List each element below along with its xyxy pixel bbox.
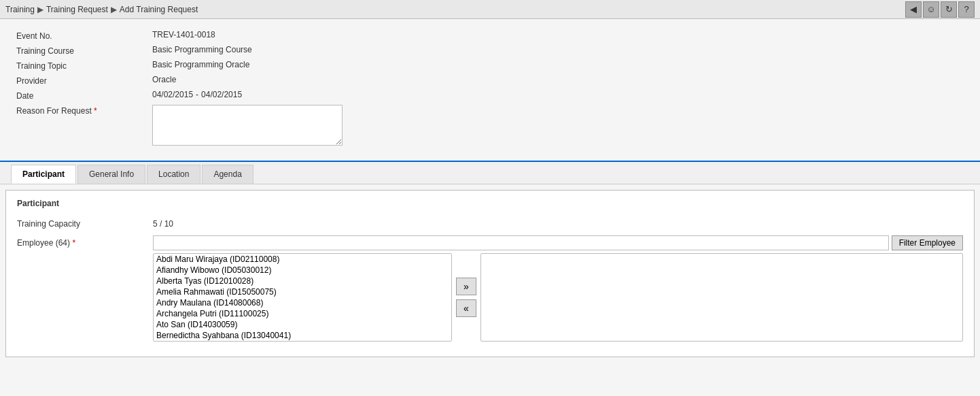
main-content: Event No. TREV-1401-0018 Training Course… xyxy=(0,19,980,396)
refresh-icon[interactable]: ↻ xyxy=(941,1,957,18)
reason-textarea[interactable] xyxy=(152,105,343,146)
event-no-label: Event No. xyxy=(16,30,152,41)
training-topic-value: Basic Programming Oracle xyxy=(152,60,249,69)
move-right-button[interactable]: » xyxy=(456,278,476,295)
back-icon[interactable]: ◀ xyxy=(905,1,922,18)
capacity-label: Training Capacity xyxy=(17,216,153,229)
employee-required: * xyxy=(72,238,75,248)
date-to: 04/02/2015 xyxy=(201,90,242,99)
provider-label: Provider xyxy=(16,75,152,86)
tab-location[interactable]: Location xyxy=(147,165,200,184)
top-bar-icons: ◀ ☺ ↻ ? xyxy=(905,1,975,18)
training-course-value: Basic Programming Course xyxy=(152,45,252,54)
breadcrumb-item-1[interactable]: Training Request xyxy=(46,5,108,14)
participant-group: Participant Training Capacity 5 / 10 Emp… xyxy=(5,190,975,357)
participant-group-title: Participant xyxy=(17,199,963,208)
training-topic-label: Training Topic xyxy=(16,60,152,71)
selected-employees-list[interactable] xyxy=(480,253,963,342)
event-no-row: Event No. TREV-1401-0018 xyxy=(16,30,964,41)
training-course-row: Training Course Basic Programming Course xyxy=(16,45,964,56)
transfer-buttons: » « xyxy=(456,278,476,317)
date-separator: - xyxy=(196,90,198,99)
reason-label: Reason For Request * xyxy=(16,105,152,116)
user-icon[interactable]: ☺ xyxy=(923,1,939,18)
date-value: 04/02/2015 - 04/02/2015 xyxy=(152,90,242,99)
date-row: Date 04/02/2015 - 04/02/2015 xyxy=(16,90,964,101)
breadcrumb-sep-0: ▶ xyxy=(37,5,43,14)
filter-input[interactable] xyxy=(153,235,889,250)
provider-value: Oracle xyxy=(152,75,176,84)
tab-agenda[interactable]: Agenda xyxy=(202,165,253,184)
breadcrumb-sep-1: ▶ xyxy=(111,5,117,14)
capacity-row: Training Capacity 5 / 10 xyxy=(17,216,963,229)
employee-label: Employee (64) * xyxy=(17,235,153,248)
breadcrumb-item-2: Add Training Request xyxy=(120,5,198,14)
date-label: Date xyxy=(16,90,152,101)
help-icon[interactable]: ? xyxy=(958,1,975,18)
available-employees-list[interactable]: Abdi Maru Wirajaya (ID02110008)Afiandhy … xyxy=(153,253,452,342)
employee-row: Employee (64) * Filter Employee Abdi Mar… xyxy=(17,235,963,342)
tabs-bar: Participant General Info Location Agenda xyxy=(0,162,980,184)
tab-participant[interactable]: Participant xyxy=(11,165,76,184)
list-transfer: Abdi Maru Wirajaya (ID02110008)Afiandhy … xyxy=(153,253,963,342)
reason-row: Reason For Request * xyxy=(16,105,964,146)
provider-row: Provider Oracle xyxy=(16,75,964,86)
tab-general-info[interactable]: General Info xyxy=(77,165,145,184)
move-left-button[interactable]: « xyxy=(456,299,476,317)
filter-row: Filter Employee xyxy=(153,235,963,250)
filter-employee-button[interactable]: Filter Employee xyxy=(892,235,963,250)
breadcrumb: Training ▶ Training Request ▶ Add Traini… xyxy=(5,5,198,14)
form-section: Event No. TREV-1401-0018 Training Course… xyxy=(0,19,980,155)
top-bar: Training ▶ Training Request ▶ Add Traini… xyxy=(0,0,980,19)
training-course-label: Training Course xyxy=(16,45,152,56)
reason-required: * xyxy=(94,106,97,116)
breadcrumb-item-0[interactable]: Training xyxy=(5,5,35,14)
event-no-value: TREV-1401-0018 xyxy=(152,30,215,39)
capacity-value: 5 / 10 xyxy=(153,216,173,229)
employee-section: Filter Employee Abdi Maru Wirajaya (ID02… xyxy=(153,235,963,342)
training-topic-row: Training Topic Basic Programming Oracle xyxy=(16,60,964,71)
date-from: 04/02/2015 xyxy=(152,90,193,99)
